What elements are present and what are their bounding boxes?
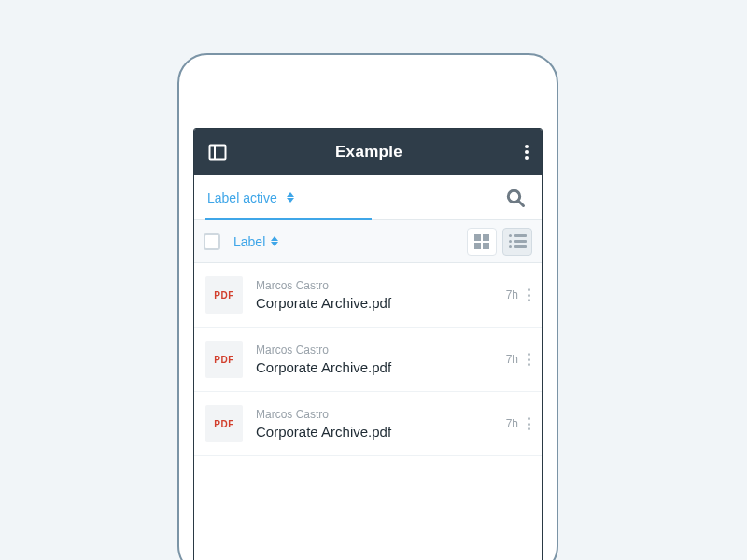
file-meta: 7h <box>506 288 530 301</box>
file-meta: 7h <box>506 417 530 430</box>
active-tab-indicator <box>205 218 372 220</box>
page-title: Example <box>224 143 514 161</box>
overflow-menu-icon[interactable] <box>525 145 529 160</box>
file-author: Marcos Castro <box>256 343 493 357</box>
grid-icon <box>474 234 489 249</box>
sort-arrows-icon <box>271 236 278 246</box>
filter-bar: Label active <box>194 175 542 220</box>
search-icon <box>504 187 527 209</box>
file-name: Corporate Archive.pdf <box>256 359 493 375</box>
file-name: Corporate Archive.pdf <box>256 295 493 311</box>
file-name: Corporate Archive.pdf <box>256 424 493 440</box>
active-filter-dropdown[interactable]: Label active <box>207 175 364 219</box>
pdf-file-icon: PDF <box>205 276 243 314</box>
app-bar: Example <box>194 129 542 175</box>
file-overflow-menu-icon[interactable] <box>528 417 530 430</box>
file-author: Marcos Castro <box>256 408 493 421</box>
file-time: 7h <box>506 353 518 366</box>
list-header: Label <box>194 220 542 263</box>
file-list: PDF Marcos Castro Corporate Archive.pdf … <box>194 263 542 560</box>
app-screen: Example Label active Label <box>193 128 543 560</box>
pdf-file-icon: PDF <box>205 405 243 442</box>
search-button[interactable] <box>502 185 529 211</box>
file-info: Marcos Castro Corporate Archive.pdf <box>256 343 493 375</box>
file-row[interactable]: PDF Marcos Castro Corporate Archive.pdf … <box>194 328 542 392</box>
file-time: 7h <box>506 417 518 430</box>
svg-line-3 <box>518 201 523 205</box>
file-row[interactable]: PDF Marcos Castro Corporate Archive.pdf … <box>194 263 542 328</box>
select-all-checkbox[interactable] <box>204 233 220 250</box>
file-info: Marcos Castro Corporate Archive.pdf <box>256 279 493 311</box>
view-mode-toggle <box>467 228 532 256</box>
file-author: Marcos Castro <box>256 279 493 292</box>
file-row[interactable]: PDF Marcos Castro Corporate Archive.pdf … <box>194 392 542 456</box>
file-info: Marcos Castro Corporate Archive.pdf <box>256 408 493 440</box>
pdf-file-icon: PDF <box>205 341 243 378</box>
svg-rect-0 <box>210 146 226 160</box>
file-time: 7h <box>506 288 518 301</box>
file-overflow-menu-icon[interactable] <box>528 353 530 366</box>
sort-arrows-icon <box>287 192 294 203</box>
list-icon <box>509 234 527 248</box>
sort-column-label[interactable]: Label <box>233 234 278 249</box>
file-overflow-menu-icon[interactable] <box>528 288 530 301</box>
list-view-button[interactable] <box>502 228 532 256</box>
grid-view-button[interactable] <box>467 228 497 256</box>
active-filter-label: Label active <box>207 190 277 205</box>
file-meta: 7h <box>506 353 530 366</box>
device-frame: Example Label active Label <box>177 53 558 560</box>
